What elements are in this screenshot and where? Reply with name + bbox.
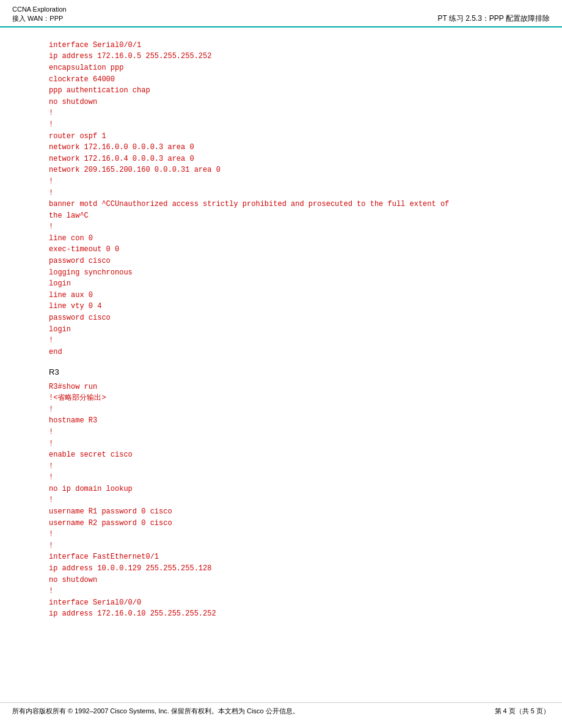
code-line: router ospf 1 xyxy=(49,131,538,142)
r3-label: R3 xyxy=(49,366,538,378)
code-block-r3: R3#show run!<省略部分输出>!hostname R3!!enable… xyxy=(49,381,538,620)
code-line: the law^C xyxy=(49,210,538,222)
code-line: ! xyxy=(49,108,538,119)
code-line: ip address 10.0.0.129 255.255.255.128 xyxy=(49,563,538,575)
code-line: end xyxy=(49,347,538,358)
code-line: ! xyxy=(49,529,538,540)
code-line: no shutdown xyxy=(49,575,538,586)
header-title-line1: CCNA Exploration xyxy=(12,5,67,14)
code-line: ! xyxy=(49,335,538,347)
header-left: CCNA Exploration 接入 WAN：PPP xyxy=(12,5,67,24)
footer: 所有内容版权所有 © 1992–2007 Cisco Systems, Inc.… xyxy=(0,702,562,716)
code-line: ! xyxy=(49,438,538,450)
code-line: ip address 172.16.0.10 255.255.255.252 xyxy=(49,608,538,620)
code-line: ip address 172.16.0.5 255.255.255.252 xyxy=(49,51,538,62)
code-line: banner motd ^CCUnauthorized access stric… xyxy=(49,199,538,210)
code-line: enable secret cisco xyxy=(49,449,538,461)
code-line: password cisco xyxy=(49,312,538,324)
code-line: network 172.16.0.0 0.0.0.3 area 0 xyxy=(49,142,538,153)
header: CCNA Exploration 接入 WAN：PPP PT 练习 2.5.3：… xyxy=(0,0,562,28)
code-line: ! xyxy=(49,188,538,199)
code-line: no shutdown xyxy=(49,97,538,108)
code-line: ! xyxy=(49,495,538,506)
footer-copyright: 所有内容版权所有 © 1992–2007 Cisco Systems, Inc.… xyxy=(12,707,299,716)
code-line: logging synchronous xyxy=(49,267,538,279)
code-line: password cisco xyxy=(49,256,538,267)
code-line: ! xyxy=(49,586,538,597)
code-line: R3#show run xyxy=(49,381,538,393)
code-line: ! xyxy=(49,472,538,483)
code-line: ! xyxy=(49,221,538,233)
code-line: ! xyxy=(49,176,538,188)
code-line: ! xyxy=(49,119,538,131)
code-line: ! xyxy=(49,461,538,472)
code-line: ppp authentication chap xyxy=(49,85,538,97)
code-line: hostname R3 xyxy=(49,415,538,427)
code-line: network 209.165.200.160 0.0.0.31 area 0 xyxy=(49,164,538,176)
code-line: line vty 0 4 xyxy=(49,301,538,312)
code-line: no ip domain lookup xyxy=(49,483,538,495)
code-line: !<省略部分输出> xyxy=(49,392,538,404)
code-line: ! xyxy=(49,404,538,416)
code-line: exec-timeout 0 0 xyxy=(49,244,538,256)
code-line: ! xyxy=(49,540,538,552)
header-title-line2: 接入 WAN：PPP xyxy=(12,14,67,23)
code-line: username R2 password 0 cisco xyxy=(49,518,538,529)
code-line: interface Serial0/0/1 xyxy=(49,40,538,51)
code-line: line aux 0 xyxy=(49,290,538,301)
code-line: network 172.16.0.4 0.0.0.3 area 0 xyxy=(49,153,538,165)
code-line: username R1 password 0 cisco xyxy=(49,506,538,518)
code-line: login xyxy=(49,324,538,336)
code-line: login xyxy=(49,278,538,290)
code-line: interface FastEthernet0/1 xyxy=(49,551,538,563)
content-area: interface Serial0/0/1ip address 172.16.0… xyxy=(0,28,562,632)
code-block-main: interface Serial0/0/1ip address 172.16.0… xyxy=(49,40,538,358)
code-line: interface Serial0/0/0 xyxy=(49,597,538,609)
code-line: line con 0 xyxy=(49,233,538,245)
footer-page-info: 第 4 页（共 5 页） xyxy=(495,707,550,716)
code-line: encapsulation ppp xyxy=(49,62,538,74)
code-line: ! xyxy=(49,427,538,438)
header-right: PT 练习 2.5.3：PPP 配置故障排除 xyxy=(437,13,550,24)
code-line: clockrate 64000 xyxy=(49,74,538,86)
